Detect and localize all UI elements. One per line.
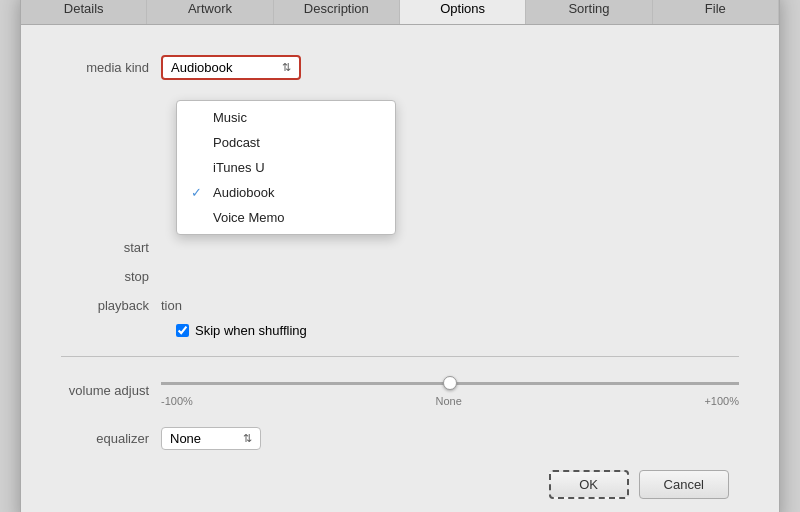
slider-min-label: -100%: [161, 395, 193, 407]
playback-label: playback: [61, 298, 161, 313]
equalizer-value: None: [170, 431, 201, 446]
button-row: OK Cancel: [61, 470, 739, 499]
media-kind-value: Audiobook: [171, 60, 232, 75]
skip-shuffling-label: Skip when shuffling: [195, 323, 307, 338]
media-kind-row: media kind Audiobook ⇅: [61, 55, 739, 80]
playback-row: playback tion: [61, 298, 739, 313]
skip-shuffling-row: Skip when shuffling: [176, 323, 739, 338]
slider-labels: -100% None +100%: [161, 395, 739, 407]
media-kind-dropdown[interactable]: Audiobook ⇅: [161, 55, 301, 80]
tab-description[interactable]: Description: [274, 0, 400, 24]
volume-adjust-row: volume adjust -100% None +100%: [61, 373, 739, 407]
dropdown-item-audiobook[interactable]: Audiobook: [177, 180, 395, 205]
stop-label: stop: [61, 269, 161, 284]
tab-sorting[interactable]: Sorting: [526, 0, 652, 24]
start-row: start: [61, 240, 739, 255]
slider-mid-label: None: [435, 395, 461, 407]
playback-text: tion: [161, 298, 182, 313]
tab-file[interactable]: File: [653, 0, 779, 24]
skip-shuffling-checkbox[interactable]: [176, 324, 189, 337]
dropdown-menu: Music Podcast iTunes U Audiobook Voice M…: [176, 100, 396, 235]
options-content: media kind Audiobook ⇅ Music Podcast iTu…: [21, 25, 779, 512]
dropdown-item-itunes-u[interactable]: iTunes U: [177, 155, 395, 180]
cancel-button[interactable]: Cancel: [639, 470, 729, 499]
dropdown-item-podcast[interactable]: Podcast: [177, 130, 395, 155]
ok-button[interactable]: OK: [549, 470, 629, 499]
tab-options[interactable]: Options: [400, 0, 526, 25]
tab-artwork[interactable]: Artwork: [147, 0, 273, 24]
volume-slider-container: -100% None +100%: [161, 373, 739, 407]
eq-dropdown-arrow-icon: ⇅: [243, 432, 252, 445]
equalizer-label: equalizer: [61, 431, 161, 446]
dropdown-item-voice-memo[interactable]: Voice Memo: [177, 205, 395, 230]
slider-max-label: +100%: [704, 395, 739, 407]
volume-slider-track: [161, 373, 739, 393]
tab-details[interactable]: Details: [21, 0, 147, 24]
stop-row: stop: [61, 269, 739, 284]
dropdown-item-music[interactable]: Music: [177, 105, 395, 130]
media-kind-label: media kind: [61, 60, 161, 75]
equalizer-dropdown[interactable]: None ⇅: [161, 427, 261, 450]
tab-bar: Details Artwork Description Options Sort…: [21, 0, 779, 25]
dropdown-arrow-icon: ⇅: [282, 61, 291, 74]
volume-adjust-label: volume adjust: [61, 383, 161, 398]
volume-slider[interactable]: [161, 382, 739, 385]
start-label: start: [61, 240, 161, 255]
equalizer-row: equalizer None ⇅: [61, 427, 739, 450]
dialog-window: Details Artwork Description Options Sort…: [20, 0, 780, 512]
